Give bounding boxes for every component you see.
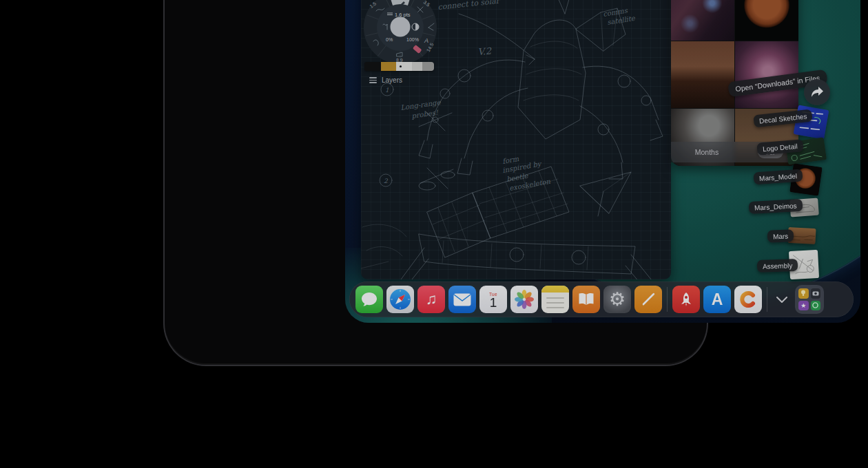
drag-item-label[interactable]: Assembly [757,259,798,273]
ipad-device: connect to solar comms satellite V.2 Lon… [163,0,708,366]
app-icon-rocket[interactable] [672,286,700,313]
library-tile-star: ★ [798,301,809,311]
music-note-glyph: ♫ [426,290,437,308]
opacity-max-label: 100% [406,37,419,42]
app-icon-settings[interactable]: ⚙ [603,286,631,313]
layers-icon [369,77,377,83]
annotation-number-2: 2 [384,178,389,184]
app-icon-concepts[interactable] [734,286,762,313]
annotation-probes-2: probes! [411,109,440,121]
palette-swatch-black[interactable] [364,62,381,71]
app-icon-app-store[interactable]: A [703,286,731,313]
app-icon-notes[interactable] [541,286,569,313]
tool-wheel[interactable]: 1.6 1.5 3.5 14.5 8.9 A 1.6 pts [362,0,438,65]
current-color-swatch[interactable] [391,17,411,37]
chevron-down-icon [776,297,787,303]
dock-divider [667,287,668,312]
tab-months[interactable]: Months [686,146,727,158]
palette-swatch-gray[interactable] [422,62,434,71]
notes-line [546,302,564,304]
photo-thumbnail-nebula[interactable] [671,0,734,41]
notes-line [546,307,564,308]
size-value-label: 1.6 pts [395,12,411,18]
app-icon-safari[interactable] [386,286,414,313]
library-tile-yellow [798,288,809,299]
photo-thumbnail-mars-planet[interactable] [735,0,798,41]
library-tile-camera [811,288,821,299]
forward-arrow-icon [810,86,824,98]
palette-swatch-lightgray[interactable] [412,62,422,71]
color-palette[interactable] [364,62,434,71]
app-icon-mail[interactable] [448,286,476,313]
app-icon-books[interactable] [572,286,600,313]
annotation-version: V.2 [477,45,492,57]
dock-divider [767,287,767,312]
ipad-screen: connect to solar comms satellite V.2 Lon… [345,0,860,323]
opacity-min-label: 0% [386,37,393,42]
annotation-connect: connect to solar [437,0,501,12]
share-forward-button[interactable] [804,79,830,105]
app-icon-sketch-pen[interactable] [634,286,662,313]
palette-swatch-white[interactable] [396,62,412,71]
dock-chevron-button[interactable] [772,286,792,313]
app-icon-calendar[interactable]: Tue 1 [479,286,507,313]
annotation-number-1: 1 [385,87,389,94]
palette-swatch-gold[interactable] [381,62,396,71]
gear-glyph: ⚙ [609,288,626,310]
app-icon-music[interactable]: ♫ [417,286,445,313]
layers-control[interactable]: Layers [369,76,402,84]
photo-thumbnail-mars-landscape[interactable] [671,41,734,108]
dock: ♫ Tue 1 ⚙ [349,281,854,317]
library-tile-green [811,301,821,311]
app-store-glyph: A [712,290,723,309]
layers-label: Layers [382,76,402,84]
notes-line [546,297,564,299]
notes-band [541,286,569,292]
app-icon-messages[interactable] [355,286,383,313]
calendar-day: 1 [490,297,497,309]
text-tool-segment[interactable]: A [424,37,428,44]
app-icon-photos[interactable] [510,286,538,313]
concepts-app-window[interactable]: connect to solar comms satellite V.2 Lon… [361,0,671,279]
drag-item-label[interactable]: Mars [767,229,794,242]
app-library-icon[interactable]: ★ [795,285,824,314]
